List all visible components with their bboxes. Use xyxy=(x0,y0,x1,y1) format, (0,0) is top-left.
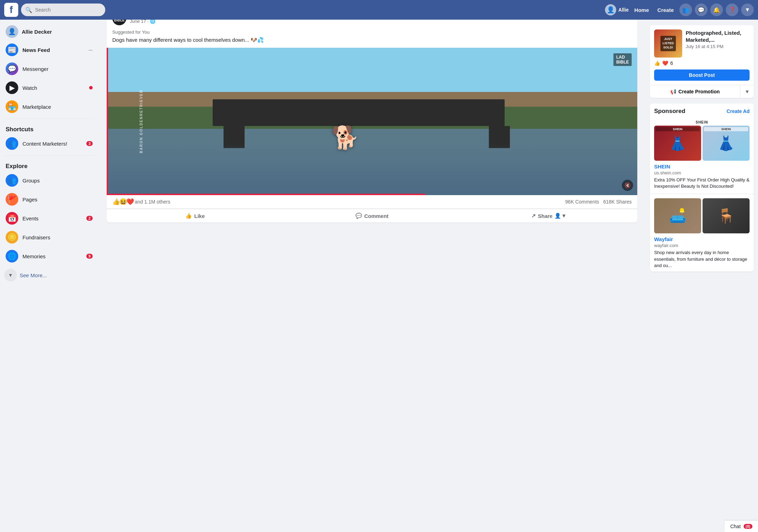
shein-ad-images[interactable]: 👗 SHEIN 👗 SHEIN xyxy=(654,126,750,161)
content-marketers-label: Content Marketers! xyxy=(22,141,67,147)
boost-post-preview: JUSTLISTEDSOLD! Photographed, Listed, Ma… xyxy=(654,29,750,58)
boost-post-thumbnail: JUSTLISTEDSOLD! xyxy=(654,29,682,58)
video-placeholder: 🐕 BARON GOLDENRETRIEVER LADBIBLE xyxy=(107,48,637,195)
chevron-down-icon: ▼ xyxy=(745,7,750,13)
post-video[interactable]: 🐕 BARON GOLDENRETRIEVER LADBIBLE 🔇 xyxy=(107,48,637,195)
facebook-logo[interactable]: f xyxy=(4,3,18,17)
video-side-text: BARON GOLDENRETRIEVER xyxy=(139,89,143,153)
boost-love-emoji: ❤️ xyxy=(662,60,668,66)
shortcuts-title: Shortcuts xyxy=(0,122,98,134)
wayfair-ad: 🛋️ 🪑 Wayfair wayfair.com Shop new arriva… xyxy=(650,195,754,235)
help-icon-btn[interactable]: ❓ xyxy=(726,4,738,16)
boost-post-info: Photographed, Listed, Marketed,... July … xyxy=(686,29,750,58)
suggested-label: Suggested for You xyxy=(107,29,637,36)
events-badge: 2 xyxy=(86,216,93,221)
mute-button[interactable]: 🔇 xyxy=(622,180,633,191)
sidebar-item-marketplace[interactable]: 🏪 Marketplace xyxy=(1,98,97,116)
shares-count[interactable]: 618K Shares xyxy=(603,199,632,205)
comments-count[interactable]: 96K Comments xyxy=(565,199,599,205)
nav-create-link[interactable]: Create xyxy=(654,6,677,14)
sidebar-item-events[interactable]: 📅 Events 2 xyxy=(1,209,97,227)
wayfair-ad-images[interactable]: 🛋️ 🪑 xyxy=(654,198,750,233)
wayfair-sofa-icon: 🪑 xyxy=(717,208,735,224)
shein-brand[interactable]: SHEIN xyxy=(654,164,750,169)
news-feed-more-btn[interactable]: ··· xyxy=(88,47,93,53)
boost-post-card: JUSTLISTEDSOLD! Photographed, Listed, Ma… xyxy=(650,25,754,98)
sidebar-divider-2 xyxy=(4,155,94,156)
wayfair-ad-image-2[interactable]: 🪑 xyxy=(703,198,750,233)
sidebar-item-groups[interactable]: 👥 Groups xyxy=(1,171,97,189)
shein-ad-header: SHEIN xyxy=(654,120,750,124)
search-bar[interactable]: 🔍 xyxy=(21,4,105,16)
facebook-logo-letter: f xyxy=(9,4,13,15)
shein-ad-label-2: SHEIN xyxy=(704,127,748,131)
ad-divider xyxy=(650,194,754,194)
create-promotion-button[interactable]: 📢 Create Promotion xyxy=(650,85,740,98)
shein-description: Extra 10% OFF Your First Order High Qual… xyxy=(654,177,750,189)
shein-ad-label-1: SHEIN xyxy=(656,127,700,131)
main-feed: LADBIBLE LADbible June 17 · 🌐 ··· Sugges… xyxy=(98,0,646,235)
video-watermark: LADBIBLE xyxy=(613,53,632,66)
wayfair-table-icon: 🛋️ xyxy=(669,208,686,224)
sidebar-user-avatar: 👤 xyxy=(6,25,18,38)
share-icon: ↗ xyxy=(531,213,536,219)
like-emoji: 👍 xyxy=(112,198,120,206)
video-border xyxy=(107,48,108,195)
share-button[interactable]: ↗ Share 👤▼ xyxy=(460,209,637,222)
watch-icon: ▶ xyxy=(6,81,18,94)
boost-post-date: July 16 at 4:15 PM xyxy=(686,44,750,49)
reactions-right: 96K Comments 618K Shares xyxy=(565,199,632,205)
sidebar-item-pages[interactable]: 🚩 Pages xyxy=(1,190,97,208)
shein-ad-image-1[interactable]: 👗 SHEIN xyxy=(654,126,701,161)
shein-url[interactable]: us.shein.com xyxy=(654,170,750,175)
shein-ad-image-2[interactable]: 👗 SHEIN xyxy=(703,126,750,161)
reaction-emojis: 👍 😆 ❤️ xyxy=(112,198,133,206)
sidebar-item-fundraisers[interactable]: 🪙 Fundraisers xyxy=(1,228,97,235)
post-card: LADBIBLE LADbible June 17 · 🌐 ··· Sugges… xyxy=(107,7,637,222)
content-marketers-icon: 👥 xyxy=(6,137,18,150)
nav-right: 👤 Allie Home Create 👥 💬 🔔 ❓ ▼ xyxy=(605,4,754,16)
messenger-nav-icon: 💬 xyxy=(6,62,18,75)
left-sidebar: 👤 Allie Decker 📰 News Feed ··· 💬 Messeng… xyxy=(0,20,98,235)
boost-like-emoji: 👍 xyxy=(654,60,660,66)
comment-button[interactable]: 💬 Comment xyxy=(284,209,460,222)
promotion-dropdown-button[interactable]: ▼ xyxy=(740,85,754,98)
top-navigation: f 🔍 👤 Allie Home Create 👥 💬 🔔 ❓ ▼ xyxy=(0,0,758,20)
create-ad-link[interactable]: Create Ad xyxy=(726,108,750,114)
sidebar-item-news-feed[interactable]: 📰 News Feed ··· xyxy=(1,41,97,59)
messenger-icon-btn[interactable]: 💬 xyxy=(695,4,707,16)
fundraisers-icon: 🪙 xyxy=(6,231,18,235)
friends-icon-btn[interactable]: 👥 xyxy=(679,4,692,16)
notifications-icon-btn[interactable]: 🔔 xyxy=(710,4,723,16)
video-progress-bar xyxy=(107,194,425,195)
boost-post-area: JUSTLISTEDSOLD! Photographed, Listed, Ma… xyxy=(650,25,754,85)
sponsored-header: Sponsored Create Ad xyxy=(650,104,754,118)
boost-post-image: JUSTLISTEDSOLD! xyxy=(654,29,682,58)
reactions-left[interactable]: 👍 😆 ❤️ and 1.1M others xyxy=(112,198,170,206)
sidebar-item-messenger[interactable]: 💬 Messenger xyxy=(1,60,97,78)
marketplace-icon: 🏪 xyxy=(6,100,18,113)
watch-label: Watch xyxy=(22,85,37,91)
like-button[interactable]: 👍 Like xyxy=(107,209,284,222)
nav-user[interactable]: 👤 Allie xyxy=(605,4,629,15)
comment-icon: 💬 xyxy=(355,213,362,219)
sidebar-item-watch[interactable]: ▶ Watch xyxy=(1,79,97,97)
sidebar-item-content-marketers[interactable]: 👥 Content Marketers! 3 xyxy=(1,134,97,153)
wayfair-ad-image-1[interactable]: 🛋️ xyxy=(654,198,701,233)
haha-emoji: 😆 xyxy=(119,198,127,206)
user-avatar: 👤 xyxy=(605,4,616,15)
boost-post-button[interactable]: Boost Post xyxy=(654,69,750,81)
fundraisers-label: Fundraisers xyxy=(22,234,50,235)
sidebar-user[interactable]: 👤 Allie Decker xyxy=(1,22,97,41)
boost-post-reactions: 👍 ❤️ 6 xyxy=(654,60,750,66)
search-input[interactable] xyxy=(35,7,101,13)
sponsored-card: Sponsored Create Ad SHEIN 👗 SHEIN 👗 SHEI… xyxy=(650,104,754,235)
friends-icon: 👥 xyxy=(682,7,689,13)
shein-outfit-2-icon: 👗 xyxy=(717,135,735,152)
shein-outfit-1-icon: 👗 xyxy=(669,135,686,152)
account-menu-btn[interactable]: ▼ xyxy=(741,4,754,16)
megaphone-icon: 📢 xyxy=(670,89,676,94)
explore-title: Explore xyxy=(0,159,98,171)
content-marketers-badge: 3 xyxy=(86,141,93,146)
nav-home-link[interactable]: Home xyxy=(632,6,652,14)
